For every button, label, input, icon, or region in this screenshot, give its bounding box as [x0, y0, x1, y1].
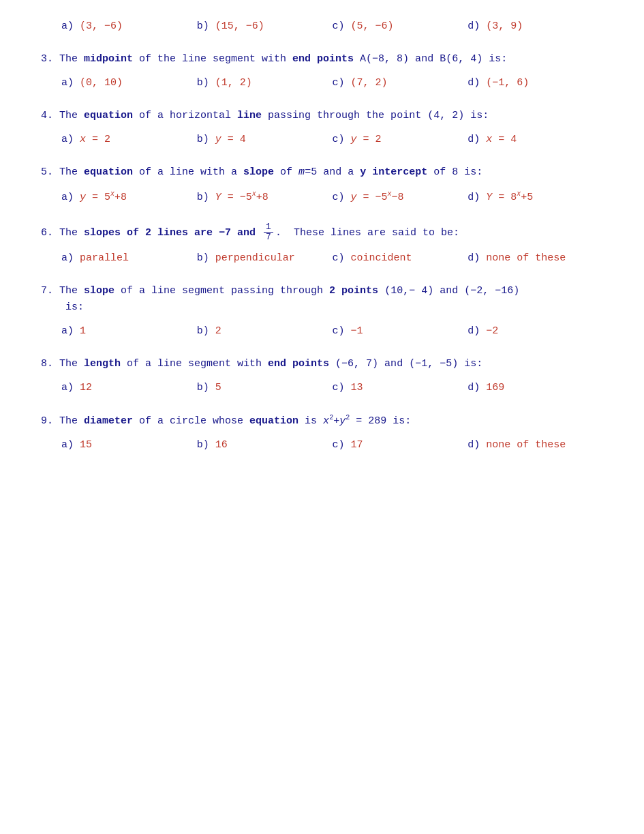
keyword-y-intercept: y intercept	[360, 166, 427, 178]
answer-value: none of these	[486, 252, 566, 264]
answer-value: (3, 9)	[486, 20, 523, 32]
answer-a: a) parallel	[61, 252, 197, 264]
answer-d: d) (−1, 6)	[467, 77, 603, 89]
answer-row: a) 1 b) 2 c) −1 d) −2	[41, 325, 603, 337]
answer-value: y = 4	[215, 134, 246, 145]
answer-a: a) 1	[61, 325, 197, 337]
keyword-slope: slope	[243, 166, 274, 178]
answer-value: y = 2	[351, 134, 382, 145]
answer-value: 1	[80, 325, 86, 337]
question-9-text: 9. The diameter of a circle whose equati…	[41, 413, 603, 430]
answer-value: (−1, 6)	[486, 77, 529, 89]
answer-b: b) (15, −6)	[197, 20, 333, 32]
answer-value: 16	[215, 439, 228, 451]
answer-row: a) y = 5x+8 b) Y = −5x+8 c) y = −5x−8 d)…	[41, 190, 603, 203]
answer-label: d)	[467, 382, 480, 393]
answer-value: perpendicular	[215, 252, 295, 264]
answer-value: −1	[351, 325, 363, 337]
answer-label: d)	[467, 325, 480, 337]
answer-value: (15, −6)	[215, 20, 264, 32]
answer-d: d) none of these	[467, 252, 603, 264]
answer-value: x = 2	[80, 134, 110, 145]
answer-value: coincident	[351, 252, 412, 264]
answer-value: y = 5x+8	[80, 192, 127, 203]
answer-b: b) (1, 2)	[197, 77, 333, 89]
answer-value: (1, 2)	[215, 77, 252, 89]
answer-value: 12	[80, 382, 92, 393]
answer-label: a)	[61, 325, 74, 337]
answer-label: a)	[61, 382, 74, 393]
answer-label: c)	[333, 382, 345, 393]
question-number: 6.	[41, 227, 53, 239]
answer-label: c)	[333, 325, 345, 337]
answer-c: c) (5, −6)	[333, 20, 468, 32]
answer-value: y = −5x−8	[351, 192, 404, 203]
answer-label: c)	[333, 192, 345, 203]
question-number: 8.	[41, 358, 53, 370]
question-number: 5.	[41, 166, 53, 178]
answer-label: c)	[333, 252, 345, 264]
answer-label: b)	[197, 325, 209, 337]
answer-value: 2	[215, 325, 221, 337]
question-8: 8. The length of a line segment with end…	[41, 356, 603, 393]
answer-value: 169	[486, 382, 504, 393]
answer-value: (5, −6)	[351, 20, 394, 32]
answer-c: c) −1	[333, 325, 468, 337]
answer-label: d)	[467, 20, 480, 32]
fraction-1over7: 1 7	[264, 222, 273, 243]
answer-label: b)	[197, 382, 209, 393]
keyword-equation: equation	[84, 166, 133, 178]
answer-b: b) perpendicular	[197, 252, 333, 264]
answer-a: a) 12	[61, 382, 197, 393]
answer-value: (3, −6)	[80, 20, 123, 32]
answer-value: Y = −5x+8	[215, 192, 269, 203]
answer-label: b)	[197, 77, 209, 89]
answer-c: c) y = −5x−8	[333, 190, 468, 203]
question-number: 9.	[41, 415, 53, 427]
answer-value: −2	[486, 325, 498, 337]
keyword-length: length	[84, 358, 121, 370]
question-4-text: 4. The equation of a horizontal line pas…	[41, 108, 603, 124]
question-number: 4.	[41, 110, 53, 121]
answer-b: b) y = 4	[197, 134, 333, 145]
answer-a: a) y = 5x+8	[61, 190, 197, 203]
answer-d: d) none of these	[467, 439, 603, 451]
answer-d: d) (3, 9)	[467, 20, 603, 32]
keyword-midpoint: midpoint	[84, 53, 133, 65]
question-5: 5. The equation of a line with a slope o…	[41, 164, 603, 203]
question-6-text: 6. The slopes of 2 lines are −7 and 1 7 …	[41, 222, 603, 243]
answer-label: b)	[197, 134, 209, 145]
answer-b: b) Y = −5x+8	[197, 190, 333, 203]
answer-label: d)	[467, 252, 480, 264]
answer-label: b)	[197, 439, 209, 451]
answer-c: c) coincident	[333, 252, 468, 264]
keyword-diameter: diameter	[84, 415, 133, 427]
answer-d: d) Y = 8x+5	[467, 190, 603, 203]
answer-a: a) (3, −6)	[61, 20, 197, 32]
answer-row: a) 15 b) 16 c) 17 d) none of these	[41, 439, 603, 451]
question-7: 7. The slope of a line segment passing t…	[41, 283, 603, 337]
answer-label: b)	[197, 192, 209, 203]
answer-value: 15	[80, 439, 92, 451]
answer-c: c) (7, 2)	[333, 77, 468, 89]
keyword-line: line	[237, 110, 262, 121]
keyword-2points: 2 points	[329, 285, 378, 297]
answer-row: a) 12 b) 5 c) 13 d) 169	[41, 382, 603, 393]
question-8-text: 8. The length of a line segment with end…	[41, 356, 603, 372]
answer-label: c)	[333, 20, 345, 32]
answer-value: none of these	[486, 439, 566, 451]
answer-label: a)	[61, 20, 74, 32]
answer-value: 17	[351, 439, 363, 451]
answer-row: a) (3, −6) b) (15, −6) c) (5, −6) d) (3,…	[41, 20, 603, 32]
answer-a: a) 15	[61, 439, 197, 451]
answer-b: b) 5	[197, 382, 333, 393]
answer-label: b)	[197, 252, 209, 264]
keyword-endpoints: end points	[268, 358, 329, 370]
answer-a: a) x = 2	[61, 134, 197, 145]
answer-label: d)	[467, 77, 480, 89]
answer-value: 5	[215, 382, 221, 393]
keyword-equation: equation	[84, 110, 133, 121]
question-5-text: 5. The equation of a line with a slope o…	[41, 164, 603, 181]
answer-value: x = 4	[486, 134, 517, 145]
question-3-text: 3. The midpoint of the line segment with…	[41, 51, 603, 68]
